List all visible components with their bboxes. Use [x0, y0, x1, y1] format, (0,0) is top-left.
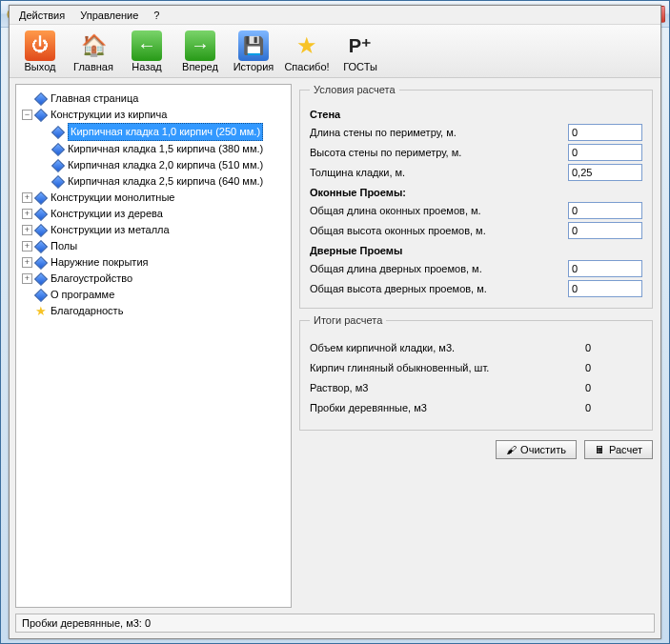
toolbar-gosts[interactable]: Р⁺ ГОСТы — [335, 29, 385, 74]
tree-item-home[interactable]: Главная страница — [22, 91, 287, 107]
result-volume-value: 0 — [585, 342, 642, 353]
tree-label: Кирпичная кладка 2,5 кирпича (640 мм.) — [68, 173, 263, 190]
tree-item-metal[interactable]: +Конструкции из металла — [22, 222, 287, 238]
toolbar-forward[interactable]: → Вперед — [175, 29, 225, 74]
tree-item-brick-2[interactable]: Кирпичная кладка 1,5 кирпича (380 мм.) — [52, 141, 287, 157]
result-mortar-value: 0 — [585, 382, 642, 393]
toolbar-home-label: Главная — [73, 61, 113, 72]
section-doors-header: Дверные Проемы — [310, 245, 642, 256]
tree-item-exterior[interactable]: +Наружние покрытия — [22, 254, 287, 271]
status-text: Пробки деревянные, м3: 0 — [22, 617, 151, 629]
toolbar-history-label: История — [233, 61, 274, 72]
menu-actions[interactable]: Действия — [19, 10, 65, 21]
tree-label: Конструкции из кирпича — [51, 107, 167, 123]
brush-icon: 🖌 — [506, 444, 517, 455]
thickness-input[interactable] — [568, 164, 642, 181]
diamond-icon — [35, 93, 47, 105]
diamond-icon — [52, 144, 64, 155]
window-height-label: Общая высота оконных проемов, м. — [310, 225, 568, 236]
toolbar-thanks-label: Спасибо! — [284, 61, 329, 72]
calc-button[interactable]: 🖩 Расчет — [584, 440, 653, 459]
door-height-label: Общая высота дверных проемов, м. — [310, 283, 568, 294]
clear-button[interactable]: 🖌 Очистить — [496, 440, 577, 459]
results-legend: Итоги расчета — [310, 314, 386, 326]
door-length-label: Общая длина дверных проемов, м. — [310, 263, 568, 274]
tree-item-improve[interactable]: +Благоустройство — [22, 271, 287, 287]
gost-icon: Р⁺ — [345, 30, 376, 61]
tree-label: Конструкции монолитные — [51, 190, 174, 206]
diamond-icon — [35, 209, 47, 220]
menu-help[interactable]: ? — [153, 10, 159, 21]
toolbar-back-label: Назад — [132, 61, 162, 72]
tree-item-brick-1[interactable]: Кирпичная кладка 1,0 кирпич (250 мм.) — [52, 123, 287, 141]
toolbar-thanks[interactable]: ★ Спасибо! — [282, 29, 332, 74]
wall-height-label: Высота стены по периметру, м. — [310, 147, 568, 158]
toolbar-gosts-label: ГОСТы — [343, 61, 377, 72]
wall-length-input[interactable] — [568, 124, 642, 141]
expand-icon[interactable]: + — [22, 241, 32, 252]
tree-item-gratitude[interactable]: ★Благодарность — [22, 303, 287, 319]
diamond-icon — [52, 127, 64, 138]
diamond-icon — [35, 290, 47, 301]
collapse-icon[interactable]: − — [22, 110, 32, 120]
expand-icon[interactable]: + — [22, 273, 32, 284]
statusbar: Пробки деревянные, м3: 0 — [15, 614, 655, 633]
tree-item-about[interactable]: О программе — [22, 287, 287, 303]
arrow-left-icon: ← — [132, 30, 162, 61]
star-icon: ★ — [292, 30, 322, 61]
expand-icon[interactable]: + — [22, 192, 32, 203]
toolbar-exit-label: Выход — [25, 61, 56, 72]
tree-label: Благодарность — [51, 303, 123, 319]
menu-manage[interactable]: Управление — [80, 10, 138, 21]
calc-button-label: Расчет — [609, 444, 642, 455]
diamond-icon — [52, 176, 64, 188]
toolbar-history[interactable]: 💾 История — [229, 29, 278, 74]
wall-length-label: Длина стены по периметру, м. — [310, 127, 568, 138]
result-volume-label: Объем кирпичной кладки, м3. — [310, 342, 585, 353]
tree-label: О программе — [51, 287, 114, 303]
star-icon: ★ — [35, 306, 47, 317]
window-length-input[interactable] — [568, 202, 642, 219]
diamond-icon — [35, 225, 47, 236]
calculator-icon: 🖩 — [595, 444, 605, 455]
door-height-input[interactable] — [568, 280, 642, 297]
tree-item-brick-4[interactable]: Кирпичная кладка 2,5 кирпича (640 мм.) — [52, 173, 287, 190]
toolbar-forward-label: Вперед — [182, 61, 218, 72]
diamond-icon — [35, 273, 47, 285]
diamond-icon — [35, 241, 47, 252]
expand-icon[interactable]: + — [22, 225, 32, 235]
tree-item-wood[interactable]: +Конструкции из дерева — [22, 206, 287, 222]
toolbar-back[interactable]: ← Назад — [122, 29, 172, 74]
tree-label: Благоустройство — [51, 271, 132, 287]
result-brick-label: Кирпич глиняный обыкновенный, шт. — [310, 362, 585, 373]
conditions-group: Условия расчета Стена Длина стены по пер… — [299, 84, 653, 309]
expand-icon[interactable]: + — [22, 257, 32, 268]
clear-button-label: Очистить — [520, 444, 566, 455]
tree-item-monolith[interactable]: +Конструкции монолитные — [22, 190, 287, 206]
tree-panel: Главная страница −Конструкции из кирпича… — [15, 84, 292, 608]
result-plugs-value: 0 — [585, 402, 642, 413]
tree-label-selected: Кирпичная кладка 1,0 кирпич (250 мм.) — [68, 123, 263, 141]
results-group: Итоги расчета Объем кирпичной кладки, м3… — [299, 314, 653, 431]
tree-label: Полы — [51, 238, 77, 254]
result-brick-value: 0 — [585, 362, 642, 373]
thickness-label: Толщина кладки, м. — [310, 167, 568, 178]
home-icon: 🏠 — [78, 30, 109, 61]
section-windows-header: Оконные Проемы: — [310, 187, 642, 198]
tree-item-brick-3[interactable]: Кирпичная кладка 2,0 кирпича (510 мм.) — [52, 157, 287, 173]
door-length-input[interactable] — [568, 260, 642, 277]
diamond-icon — [35, 110, 47, 121]
toolbar-home[interactable]: 🏠 Главная — [69, 29, 118, 74]
tree-item-floors[interactable]: +Полы — [22, 238, 287, 254]
window-length-label: Общая длина оконных проемов, м. — [310, 205, 568, 216]
wall-height-input[interactable] — [568, 144, 642, 161]
diamond-icon — [35, 192, 47, 204]
window-height-input[interactable] — [568, 222, 642, 239]
tree-item-brick[interactable]: −Конструкции из кирпича — [22, 107, 287, 123]
section-wall-header: Стена — [310, 109, 642, 120]
expand-icon[interactable]: + — [22, 209, 32, 219]
tree-label: Наружние покрытия — [51, 254, 148, 271]
result-plugs-label: Пробки деревянные, м3 — [310, 402, 585, 413]
tree-label: Кирпичная кладка 1,5 кирпича (380 мм.) — [68, 141, 263, 157]
toolbar-exit[interactable]: ⏻ Выход — [15, 29, 65, 74]
